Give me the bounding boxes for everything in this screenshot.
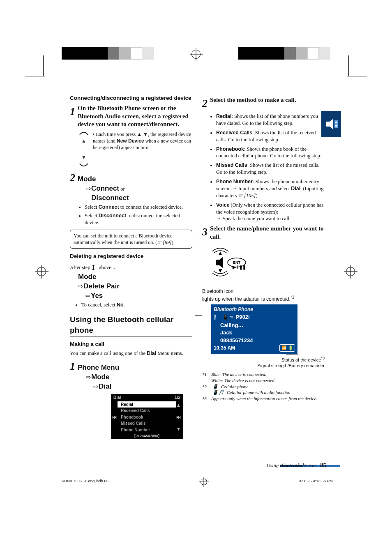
pm-mode: Mode (91, 373, 109, 381)
del-cancel-a: To cancel, select (81, 302, 117, 308)
bluetooth-icon: ᛒ (214, 313, 217, 321)
svg-point-4 (335, 125, 337, 127)
step2-mode: Mode (78, 175, 129, 184)
dial-item-missed: Missed Calls (118, 420, 176, 427)
right-column: 2 Select the method to make a call. Redi… (202, 94, 325, 439)
bt-icon-caption-1: Bluetooth icon (202, 288, 325, 295)
dial-hdr-page: 1/2 (175, 395, 180, 401)
phone-small-icon: 📱 (212, 384, 218, 390)
step-number-2: 2 (70, 170, 75, 185)
footer-section: Using Bluetooth devices (266, 463, 316, 468)
bt-dev-sup: *2 (230, 315, 233, 320)
play-pause-label: ▶ / ❚❚ (232, 265, 246, 270)
step2-or: or (119, 186, 125, 192)
svg-rect-0 (326, 122, 330, 127)
def-voice-paren: (Only when the connected cellular phone … (216, 202, 323, 215)
print-footer: KDNXD505_J_eng.indb 85 07.6.25 4:13:56 P… (62, 479, 333, 485)
del-yes: Yes (91, 292, 103, 299)
right-step2-num: 2 (202, 96, 208, 111)
fn1-white: White: The device is not connected. (211, 378, 275, 384)
right-step3-num: 3 (202, 225, 208, 241)
svg-marker-1 (330, 119, 333, 129)
down-icon: ▼ (176, 426, 183, 432)
phone-audio-small-icon: 📱🎵 (212, 389, 224, 396)
up-icon: ▲ (176, 402, 183, 408)
def-redial-t: Redial (216, 113, 232, 119)
dial-item-phonebook: Phonebook (118, 414, 176, 421)
page-footer: Using Bluetooth devices 85 (266, 462, 326, 469)
lead-line-bt-icon (195, 315, 202, 315)
right-step3-text: Select the name/phone number you want to… (210, 225, 325, 241)
dial-item-number: Phone Number (118, 427, 176, 433)
s2-b2a: Select (85, 213, 99, 219)
dial-menu-screenshot: Dial1/2 ⏮ Redial Received Calls Phoneboo… (111, 394, 183, 439)
status-note: Status of the device (281, 357, 321, 362)
svg-marker-8 (219, 258, 223, 267)
print-date: 07.6.25 4:13:56 PM (299, 479, 333, 485)
audio-icon (324, 119, 339, 129)
del-after-a: After step (70, 265, 92, 270)
def-number-t: Phone Number (216, 179, 253, 184)
dial-footer-number: [01234567890] (111, 433, 183, 439)
up-down-device-icon: ▲ ▼ (79, 131, 89, 167)
next-icon: ⏭ (176, 414, 183, 420)
step2-connect: Connect (91, 184, 119, 192)
dial-item-received: Received Calls (118, 408, 176, 414)
fn2-key: *2 (202, 384, 210, 390)
ent-label: ENT (233, 260, 241, 265)
def-redial-d: : Shows the list of the phone numbers yo… (216, 113, 318, 126)
def-number-ref: ☞ [105] (238, 193, 256, 198)
def-missed-t: Missed Calls (216, 162, 247, 168)
def-received-t: Received Calls (216, 130, 252, 136)
def-voice-t: Voice (216, 202, 229, 208)
print-registration-mark (201, 479, 207, 485)
bt-status: Calling… (214, 321, 295, 329)
fn1-blue: Blue: The device is connected. (211, 371, 266, 378)
dial-hdr-title: Dial (113, 395, 121, 401)
step-number-1: 1 (70, 104, 75, 129)
step1-arrows: ▲ ▼ (137, 131, 148, 137)
del-pair: Delete Pair (83, 282, 120, 290)
bt-icon-sup1: *1 (291, 295, 294, 299)
making-intro-c: Menu items. (156, 350, 183, 356)
fn3-text: Appears only when the information comes … (211, 396, 317, 402)
fn3-key: *3 (202, 396, 210, 402)
s2-b1-connect: Connect (99, 204, 119, 210)
phone-icon: 📱 (223, 314, 228, 320)
fn1-key: *1 (202, 371, 210, 378)
signal-battery-note: Signal strength/Battery remainder (202, 363, 325, 369)
note-ref: ☞ [89] (157, 240, 171, 245)
status-note-sup: *3 (321, 356, 325, 360)
svg-rect-7 (216, 260, 219, 265)
svg-marker-6 (219, 269, 221, 272)
footer-page-number: 85 (320, 462, 326, 468)
registration-mark-right (346, 267, 355, 276)
section-title-deleting: Deleting a registered device (70, 253, 192, 260)
del-mode: Mode (78, 273, 96, 281)
s2-b2-disconnect: Disconnect (99, 213, 126, 219)
remote-dpad-graphic: ENT ▶ / ❚❚ (204, 244, 325, 283)
arrow-right-icon: → (232, 186, 237, 191)
heading-using-bt-phone: Using the Bluetooth cellular phone (70, 314, 192, 336)
prev-icon: ⏮ (111, 401, 118, 433)
def-phonebook-t: Phonebook (216, 146, 244, 152)
making-intro-dial: Dial (147, 350, 156, 356)
dial-item-redial: Redial (118, 401, 176, 408)
auto-connect-note: You can set the unit to connect a Blueto… (70, 230, 192, 249)
section-title-connecting: Connecting/disconnecting a registered de… (70, 94, 192, 102)
phone-menu: Phone Menu (78, 363, 119, 373)
lead-line-signal (286, 347, 298, 355)
step1-text: On the Bluetooth Phone screen or the Blu… (78, 104, 192, 129)
fn2-text: Cellular phone (221, 384, 248, 390)
step2-disconnect: Disconnect (91, 194, 129, 202)
note-text-b: ) (172, 240, 173, 245)
del-cancel-c: . (124, 302, 125, 308)
print-file: KDNXD505_J_eng.indb 85 (62, 479, 108, 485)
step1-new-device: New Device (117, 138, 144, 144)
s2-b1a: Select (85, 204, 99, 210)
del-after-num: 1 (92, 263, 95, 272)
right-step2-text: Select the method to make a call. (210, 96, 296, 111)
bt-icon-caption-2: lights up when the adapter is connected. (202, 296, 291, 302)
registration-mark-left (37, 267, 46, 276)
bt-device-name: P902i (236, 313, 250, 321)
